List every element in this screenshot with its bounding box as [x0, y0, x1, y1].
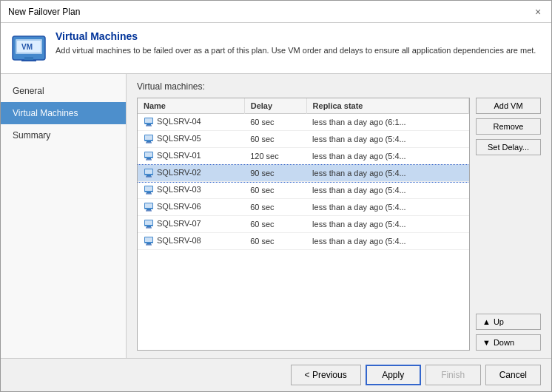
- vm-icon-img: [144, 167, 154, 178]
- svg-rect-37: [146, 245, 152, 246]
- svg-rect-35: [145, 237, 152, 242]
- previous-button[interactable]: < Previous: [291, 365, 361, 385]
- header-section: VM Virtual Machines Add virtual machines…: [1, 23, 551, 74]
- set-delay-button[interactable]: Set Delay...: [476, 139, 541, 155]
- add-vm-button[interactable]: Add VM: [476, 98, 541, 114]
- svg-rect-21: [146, 177, 152, 178]
- svg-rect-3: [24, 57, 33, 60]
- svg-rect-27: [145, 203, 152, 208]
- svg-rect-31: [145, 220, 152, 225]
- col-name: Name: [138, 98, 244, 114]
- table-row[interactable]: SQLSRV-0560 secless than a day ago (5:4.…: [138, 131, 469, 148]
- vm-table: Name Delay Replica state SQLSRV-0460 sec…: [138, 98, 469, 250]
- svg-rect-17: [146, 160, 152, 160]
- svg-rect-16: [147, 158, 151, 160]
- vm-icon: SQLSRV-06: [144, 201, 201, 212]
- header-description: Add virtual machines to be failed over a…: [55, 45, 536, 56]
- sidebar-item-virtual-machines[interactable]: Virtual Machines: [1, 102, 126, 124]
- vm-table-container[interactable]: Name Delay Replica state SQLSRV-0460 sec…: [137, 98, 470, 351]
- svg-rect-24: [147, 192, 151, 194]
- vm-header-icon: VM: [11, 30, 47, 66]
- vm-panel: Name Delay Replica state SQLSRV-0460 sec…: [137, 98, 541, 351]
- sidebar-item-summary[interactable]: Summary: [1, 124, 126, 146]
- svg-rect-33: [146, 228, 152, 229]
- vm-table-body: SQLSRV-0460 secless than a day ago (6:1.…: [138, 114, 469, 250]
- vm-icon-img: [144, 116, 154, 126]
- svg-rect-12: [147, 141, 151, 143]
- vm-section-label: Virtual machines:: [137, 81, 541, 92]
- table-row[interactable]: SQLSRV-0460 secless than a day ago (6:1.…: [138, 114, 469, 131]
- dialog-title: New Failover Plan: [8, 7, 80, 17]
- footer: < Previous Apply Finish Cancel: [1, 358, 551, 391]
- header-text: Virtual Machines Add virtual machines to…: [55, 30, 536, 56]
- sidebar-item-general[interactable]: General: [1, 80, 126, 102]
- down-button[interactable]: ▼ Down: [476, 334, 541, 351]
- svg-rect-29: [146, 211, 152, 212]
- sidebar: General Virtual Machines Summary: [1, 74, 127, 358]
- new-failover-plan-dialog: New Failover Plan × VM Virtual Machines …: [0, 0, 552, 392]
- vm-icon: SQLSRV-02: [144, 167, 201, 178]
- col-replica: Replica state: [306, 98, 468, 114]
- finish-button[interactable]: Finish: [425, 365, 481, 385]
- svg-rect-9: [146, 126, 152, 126]
- vm-icon-img: [144, 150, 154, 160]
- title-bar: New Failover Plan ×: [1, 1, 551, 23]
- vm-icon: SQLSRV-04: [144, 116, 201, 126]
- svg-rect-36: [147, 243, 151, 245]
- main-content: General Virtual Machines Summary Virtual…: [1, 74, 551, 358]
- col-delay: Delay: [244, 98, 306, 114]
- svg-rect-32: [147, 226, 151, 228]
- vm-icon: SQLSRV-03: [144, 184, 201, 195]
- side-buttons: Add VM Remove Set Delay... ▲ Up ▼ Down: [476, 98, 541, 351]
- vm-icon: SQLSRV-05: [144, 133, 201, 143]
- svg-rect-15: [145, 152, 152, 157]
- table-row[interactable]: SQLSRV-01120 secless than a day ago (5:4…: [138, 148, 469, 165]
- svg-rect-11: [145, 135, 152, 140]
- table-row[interactable]: SQLSRV-0760 secless than a day ago (5:4.…: [138, 216, 469, 233]
- table-header-row: Name Delay Replica state: [138, 98, 469, 114]
- svg-rect-13: [146, 143, 152, 143]
- svg-rect-23: [145, 186, 152, 191]
- svg-rect-28: [147, 209, 151, 211]
- vm-icon: SQLSRV-01: [144, 150, 201, 160]
- content-area: Virtual machines: Name Delay Replica sta…: [127, 74, 551, 358]
- up-button[interactable]: ▲ Up: [476, 314, 541, 330]
- apply-button[interactable]: Apply: [366, 365, 421, 385]
- svg-text:VM: VM: [21, 43, 33, 51]
- vm-icon-img: [144, 133, 154, 143]
- svg-rect-8: [147, 124, 151, 126]
- svg-rect-25: [146, 194, 152, 195]
- table-row[interactable]: SQLSRV-0860 secless than a day ago (5:4.…: [138, 233, 469, 250]
- vm-icon-img: [144, 235, 154, 246]
- table-row[interactable]: SQLSRV-0290 secless than a day ago (5:4.…: [138, 165, 469, 182]
- svg-rect-19: [145, 169, 152, 174]
- header-title: Virtual Machines: [55, 30, 536, 42]
- vm-icon-img: [144, 184, 154, 195]
- table-row[interactable]: SQLSRV-0660 secless than a day ago (5:4.…: [138, 199, 469, 216]
- vm-icon: SQLSRV-08: [144, 235, 201, 246]
- vm-icon-img: [144, 218, 154, 229]
- vm-icon: SQLSRV-07: [144, 218, 201, 229]
- close-button[interactable]: ×: [532, 6, 544, 18]
- down-arrow-icon: ▼: [482, 338, 491, 347]
- cancel-button[interactable]: Cancel: [485, 365, 541, 385]
- up-arrow-icon: ▲: [482, 317, 491, 326]
- remove-button[interactable]: Remove: [476, 118, 541, 135]
- vm-icon-img: [144, 201, 154, 212]
- table-row[interactable]: SQLSRV-0360 secless than a day ago (5:4.…: [138, 182, 469, 199]
- svg-rect-4: [21, 60, 36, 61]
- svg-rect-20: [147, 175, 151, 177]
- up-down-buttons: ▲ Up ▼ Down: [476, 314, 541, 351]
- svg-rect-7: [145, 118, 152, 123]
